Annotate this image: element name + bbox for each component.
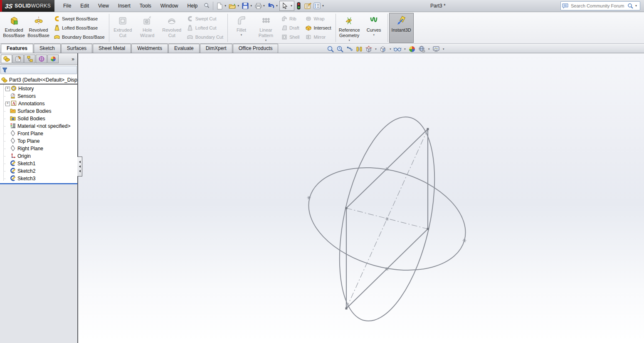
undo-dropdown[interactable]: ▼: [276, 5, 278, 7]
tree-item-sketch2[interactable]: Sketch2: [0, 167, 77, 175]
tab-evaluate[interactable]: Evaluate: [168, 44, 200, 53]
sketch-vertex-right[interactable]: [427, 228, 429, 230]
select-dropdown[interactable]: ▼: [290, 5, 293, 7]
command-search-icon[interactable]: [202, 2, 211, 10]
tab-surfaces[interactable]: Surfaces: [61, 44, 92, 53]
view-orientation-icon[interactable]: [364, 45, 373, 54]
tree-item-top-plane[interactable]: Top Plane: [0, 137, 77, 145]
tree-item-history[interactable]: + History: [0, 85, 77, 92]
menu-insert[interactable]: Insert: [114, 0, 135, 12]
linear-pattern-dropdown[interactable]: ▼: [265, 39, 267, 42]
tree-item-right-plane[interactable]: Right Plane: [0, 145, 77, 152]
sketch-vertex-bottom[interactable]: [345, 308, 348, 310]
tab-sheet-metal[interactable]: Sheet Metal: [93, 44, 131, 53]
rollback-bar[interactable]: [0, 183, 77, 184]
extruded-cut-button[interactable]: Extruded Cut: [111, 13, 135, 43]
menu-help[interactable]: Help: [183, 0, 202, 12]
apply-scene-dropdown[interactable]: ▼: [428, 48, 430, 50]
tree-item-front-plane[interactable]: Front Plane: [0, 130, 77, 137]
extruded-boss-button[interactable]: Extruded Boss/Base: [2, 13, 26, 43]
sketch-point-marker-5[interactable]: [385, 217, 389, 221]
view-orientation-dropdown[interactable]: ▼: [375, 48, 377, 50]
menu-file[interactable]: File: [59, 0, 76, 12]
tree-item-origin[interactable]: Origin: [0, 152, 77, 160]
display-style-icon[interactable]: [379, 45, 387, 54]
menu-view[interactable]: View: [94, 0, 114, 12]
open-folder-dropdown[interactable]: ▼: [237, 5, 239, 7]
print-dropdown[interactable]: ▼: [263, 5, 265, 7]
tree-item-sketch3[interactable]: Sketch3: [0, 175, 77, 182]
wrap-button[interactable]: Wrap: [303, 15, 333, 23]
instant3d-button[interactable]: Instant3D: [389, 13, 414, 43]
tab-weldments[interactable]: Weldments: [131, 44, 168, 53]
print-button[interactable]: [254, 2, 262, 10]
edit-appearance-icon[interactable]: [408, 45, 417, 54]
apply-scene-icon[interactable]: [417, 45, 426, 54]
tab-office-products[interactable]: Office Products: [233, 44, 279, 53]
boundary-boss-button[interactable]: Boundary Boss/Base: [52, 33, 107, 41]
intersect-button[interactable]: Intersect: [303, 24, 333, 32]
boundary-cut-button[interactable]: Boundary Cut: [185, 33, 225, 41]
manager-tabs-overflow-chevron[interactable]: »: [72, 56, 76, 62]
tree-item-surface-bodies[interactable]: Surface Bodies: [0, 107, 77, 115]
save-button[interactable]: [241, 2, 249, 10]
mirror-button[interactable]: Mirror: [303, 33, 333, 41]
expand-plus-icon[interactable]: +: [5, 87, 10, 91]
properties-note-button[interactable]: [304, 2, 312, 10]
search-input[interactable]: [570, 3, 626, 9]
tree-item-sketch1[interactable]: Sketch1: [0, 160, 77, 167]
hide-show-items-icon[interactable]: [393, 45, 402, 54]
dimxpertmanager-tab[interactable]: [36, 55, 47, 63]
undo-button[interactable]: [267, 2, 275, 10]
sketch-vertex-left[interactable]: [345, 207, 348, 209]
options-dropdown[interactable]: ▼: [322, 5, 324, 7]
sketch-vertex-top[interactable]: [427, 128, 429, 130]
curves-button[interactable]: Curves ▼: [362, 13, 386, 43]
featuremanager-tree-tab[interactable]: [1, 55, 12, 63]
revolved-cut-button[interactable]: Revolved Cut: [160, 13, 184, 43]
draft-button[interactable]: Draft: [279, 24, 301, 32]
lofted-boss-button[interactable]: Lofted Boss/Base: [52, 24, 107, 32]
swept-cut-button[interactable]: Swept Cut: [185, 15, 225, 23]
swept-boss-button[interactable]: Swept Boss/Base: [52, 15, 107, 23]
reference-geometry-button[interactable]: Reference Geometry ▼: [337, 13, 362, 43]
reference-geometry-dropdown[interactable]: ▼: [348, 39, 350, 42]
tab-sketch[interactable]: Sketch: [34, 44, 61, 53]
options-list-button[interactable]: [313, 2, 321, 10]
graphics-viewport[interactable]: [78, 53, 644, 343]
search-scope-dropdown[interactable]: ▼: [635, 5, 637, 7]
zoom-to-fit-icon[interactable]: [326, 45, 335, 54]
expand-plus-icon[interactable]: +: [5, 102, 10, 106]
tree-item-annotations[interactable]: + A Annotations: [0, 100, 77, 107]
tab-dimxpert[interactable]: DimXpert: [200, 44, 232, 53]
menu-window[interactable]: Window: [156, 0, 183, 12]
fillet-button[interactable]: Fillet ▼: [229, 13, 254, 43]
rib-button[interactable]: Rib: [279, 15, 301, 23]
linear-pattern-button[interactable]: Linear Pattern ▼: [254, 13, 278, 43]
tree-root-part3[interactable]: Part3 (Default<<Default>_Disp: [0, 76, 77, 85]
tree-filter-field[interactable]: [0, 66, 77, 74]
view-settings-dropdown[interactable]: ▼: [442, 48, 445, 50]
menu-tools[interactable]: Tools: [135, 0, 156, 12]
tab-features[interactable]: Features: [1, 44, 33, 53]
configurationmanager-tab[interactable]: [24, 55, 35, 63]
hide-show-items-dropdown[interactable]: ▼: [404, 48, 406, 50]
lofted-cut-button[interactable]: Lofted Cut: [185, 24, 225, 32]
menu-edit[interactable]: Edit: [76, 0, 94, 12]
community-search-box[interactable]: ▼: [560, 1, 640, 10]
display-style-dropdown[interactable]: ▼: [389, 48, 392, 50]
search-magnifier-icon[interactable]: [627, 3, 633, 9]
tree-item-solid-bodies[interactable]: Solid Bodies: [0, 115, 77, 122]
tree-item-sensors[interactable]: Sensors: [0, 92, 77, 100]
hole-wizard-button[interactable]: Hole Wizard: [135, 13, 160, 43]
tree-item-material[interactable]: Material <not specified>: [0, 122, 77, 130]
curves-dropdown[interactable]: ▼: [373, 34, 375, 37]
previous-view-icon[interactable]: [345, 45, 354, 54]
traffic-light-icon[interactable]: [295, 2, 303, 10]
section-view-icon[interactable]: [355, 45, 363, 54]
select-cursor-button[interactable]: [281, 2, 289, 10]
new-document-dropdown[interactable]: ▼: [224, 5, 227, 7]
save-dropdown[interactable]: ▼: [250, 5, 252, 7]
fillet-dropdown[interactable]: ▼: [240, 34, 243, 37]
sketch-graphics[interactable]: [78, 53, 644, 343]
